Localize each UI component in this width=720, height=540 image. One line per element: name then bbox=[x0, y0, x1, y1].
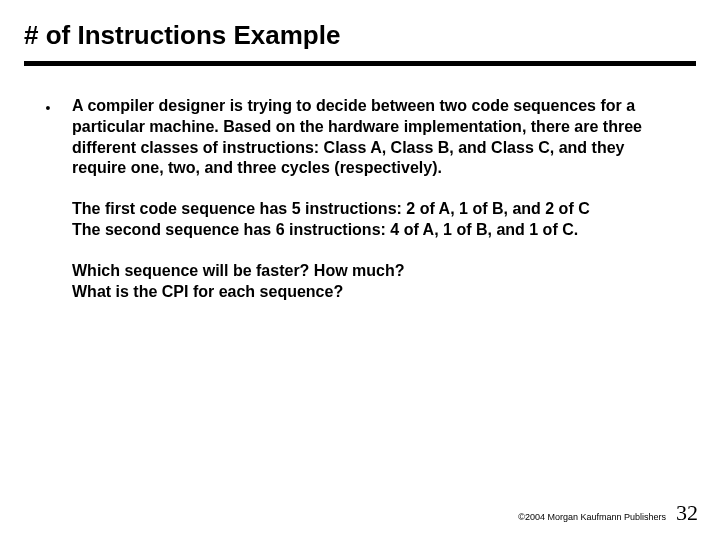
page-number: 32 bbox=[676, 500, 698, 526]
copyright-text: ©2004 Morgan Kaufmann Publishers bbox=[518, 512, 666, 522]
paragraph-3a: Which sequence will be faster? How much? bbox=[72, 261, 666, 282]
body-text: A compiler designer is trying to decide … bbox=[72, 96, 696, 302]
paragraph-2a: The first code sequence has 5 instructio… bbox=[72, 199, 666, 220]
slide-title: # of Instructions Example bbox=[24, 20, 696, 51]
paragraph-3b: What is the CPI for each sequence? bbox=[72, 282, 666, 303]
content-block: • A compiler designer is trying to decid… bbox=[24, 96, 696, 302]
title-underline bbox=[24, 61, 696, 66]
slide: # of Instructions Example • A compiler d… bbox=[0, 0, 720, 540]
paragraph-1: A compiler designer is trying to decide … bbox=[72, 96, 666, 179]
paragraph-2b: The second sequence has 6 instructions: … bbox=[72, 220, 666, 241]
bullet-marker: • bbox=[24, 96, 72, 118]
footer: ©2004 Morgan Kaufmann Publishers 32 bbox=[518, 500, 698, 526]
